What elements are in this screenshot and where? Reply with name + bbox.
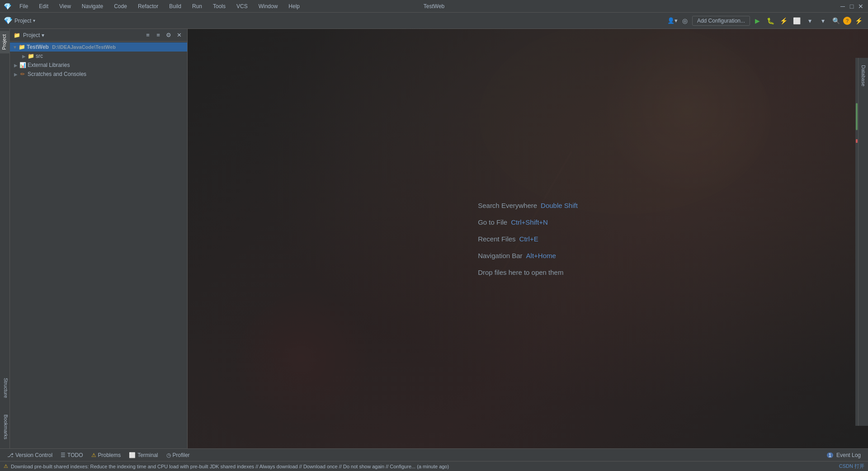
arrow-down-icon: ▼ [12,44,18,50]
shortcut-row-gotofile: Go to File Ctrl+Shift+N [478,218,578,226]
drop-files-text: Drop files here to open them [478,268,563,276]
sidebar-item-project[interactable]: Project [0,31,10,53]
menu-file[interactable]: File [17,2,31,10]
menu-edit[interactable]: Edit [36,2,51,10]
tree-item-label: src [36,53,43,59]
bottom-tab-todo[interactable]: ☰ TODO [57,451,86,459]
app-icon: 💎 [4,3,11,10]
run-menu-button[interactable]: ▾ [817,15,829,27]
project-panel-header: 📁 Project ▾ ≡ ≡ ⚙ ✕ [10,29,187,42]
panel-title-dropdown[interactable]: ▾ [42,32,44,38]
stop-button[interactable]: ⬜ [791,15,802,27]
shortcut-row-recent: Recent Files Ctrl+E [478,235,578,243]
title-bar-controls: ─ □ ✕ [839,3,864,10]
run-button[interactable]: ▶ [751,15,763,27]
menu-navigate[interactable]: Navigate [79,2,106,10]
app-logo-icon: 💎 [4,16,13,25]
title-bar: 💎 File Edit View Navigate Code Refactor … [0,0,868,13]
menu-window[interactable]: Window [256,2,281,10]
shortcut-gotofile-key: Ctrl+Shift+N [511,218,548,226]
shortcut-row-search: Search Everywhere Double Shift [478,202,578,209]
profiler-icon: ◷ [166,452,171,458]
title-bar-left: 💎 File Edit View Navigate Code Refactor … [4,2,302,10]
tree-item-external-libraries[interactable]: ▶ 📊 External Libraries [10,61,187,70]
menu-view[interactable]: View [57,2,74,10]
add-configuration-button[interactable]: Add Configuration... [692,16,750,26]
tree-item-testweb[interactable]: ▼ 📁 TestWeb D:\IDEAJavaCode\TestWeb [10,42,187,52]
left-sidebar: Project Structure Bookmarks [0,29,10,448]
project-dropdown-icon[interactable]: ▾ [33,18,35,23]
sidebar-item-structure[interactable]: Structure [0,374,10,402]
todo-icon: ☰ [61,452,66,458]
panel-header-actions: ≡ ≡ ⚙ ✕ [143,31,184,40]
shortcut-search-label: Search Everywhere [478,202,537,209]
project-tree: ▼ 📁 TestWeb D:\IDEAJavaCode\TestWeb ▶ 📁 … [10,42,187,448]
close-button[interactable]: ✕ [857,3,864,10]
menu-help[interactable]: Help [286,2,302,10]
terminal-icon: ⬜ [129,452,136,458]
csdn-label[interactable]: CSDN 打开 [839,463,864,470]
bottom-tab-event-log[interactable]: 1 Event Log [823,451,864,459]
menu-vcs[interactable]: VCS [234,2,250,10]
shortcut-search-key: Double Shift [541,202,578,209]
build-with-coverage-button[interactable]: ⚡ [778,15,789,27]
editor-shortcuts-panel: Search Everywhere Double Shift Go to Fil… [478,202,578,276]
bottom-tab-profiler[interactable]: ◷ Profiler [163,451,193,459]
event-log-label: Event Log [836,452,861,458]
bottom-tab-problems[interactable]: ⚠ Problems [88,451,125,459]
debug-button[interactable]: 🐛 [764,15,776,27]
svg-point-1 [236,287,431,433]
version-control-icon: ⎇ [7,452,14,458]
shortcut-navbar-label: Navigation Bar [478,252,522,259]
project-panel-title: Project ▾ [23,32,44,38]
toolbar-right: 👤▾ ◎ Add Configuration... ▶ 🐛 ⚡ ⬜ ▾ ▾ 🔍 … [667,15,864,27]
tree-item-label: External Libraries [28,62,70,68]
shortcut-recent-key: Ctrl+E [519,235,538,243]
shortcut-navbar-key: Alt+Home [526,252,556,259]
status-warning-icon: ⚠ [4,463,8,469]
minimize-button[interactable]: ─ [839,3,846,10]
search-everywhere-button[interactable]: 🔍 [830,15,842,27]
bottom-tab-version-control[interactable]: ⎇ Version Control [4,451,56,459]
maximize-button[interactable]: □ [848,3,855,10]
bottom-tab-terminal[interactable]: ⬜ Terminal [125,451,161,459]
panel-settings-button[interactable]: ⚙ [164,31,173,40]
menu-build[interactable]: Build [166,2,184,10]
project-label: Project [14,18,31,24]
build-menu-button[interactable]: ▾ [804,15,816,27]
event-log-count: 1 [827,452,833,458]
library-icon: 📊 [19,61,26,69]
status-bar: ⚠ Download pre-built shared indexes: Red… [0,461,868,471]
status-message: Download pre-built shared indexes: Reduc… [11,464,449,469]
problems-icon: ⚠ [91,452,96,458]
menu-run[interactable]: Run [189,2,205,10]
title-bar-title: TestWeb [424,3,444,9]
collapse-all-button[interactable]: ≡ [154,31,163,40]
close-panel-button[interactable]: ✕ [175,31,184,40]
shortcut-gotofile-label: Go to File [478,218,507,226]
project-path: D:\IDEAJavaCode\TestWeb [52,44,116,50]
tree-item-scratches-consoles[interactable]: ▶ ✏ Scratches and Consoles [10,70,187,79]
folder-icon: 📁 [18,43,25,51]
arrow-right-icon: ▶ [13,62,19,68]
main-toolbar: 💎 Project ▾ 👤▾ ◎ Add Configuration... ▶ … [0,13,868,29]
shortcut-row-drop: Drop files here to open them [478,268,578,276]
expand-all-button[interactable]: ≡ [143,31,152,40]
tree-item-src[interactable]: ▶ 📁 src [10,52,187,61]
tree-item-label: TestWeb D:\IDEAJavaCode\TestWeb [27,44,116,50]
menu-refactor[interactable]: Refactor [135,2,161,10]
ide-features-button[interactable]: ⚡ [853,15,864,27]
shortcut-row-navbar: Navigation Bar Alt+Home [478,252,578,259]
menu-code[interactable]: Code [111,2,130,10]
tree-item-label: Scratches and Consoles [28,71,86,77]
help-button[interactable]: ? [843,17,851,25]
status-bar-right: CSDN 打开 [839,463,864,470]
arrow-right-icon: ▶ [21,53,27,59]
target-icon[interactable]: ◎ [679,15,691,27]
project-panel: 📁 Project ▾ ≡ ≡ ⚙ ✕ ▼ 📁 TestWeb D:\IDEAJ… [10,29,188,448]
menu-tools[interactable]: Tools [210,2,228,10]
scratch-icon: ✏ [19,71,26,78]
profile-icon[interactable]: 👤▾ [667,17,678,24]
sidebar-item-bookmarks[interactable]: Bookmarks [0,411,10,443]
src-folder-icon: 📁 [27,52,34,60]
